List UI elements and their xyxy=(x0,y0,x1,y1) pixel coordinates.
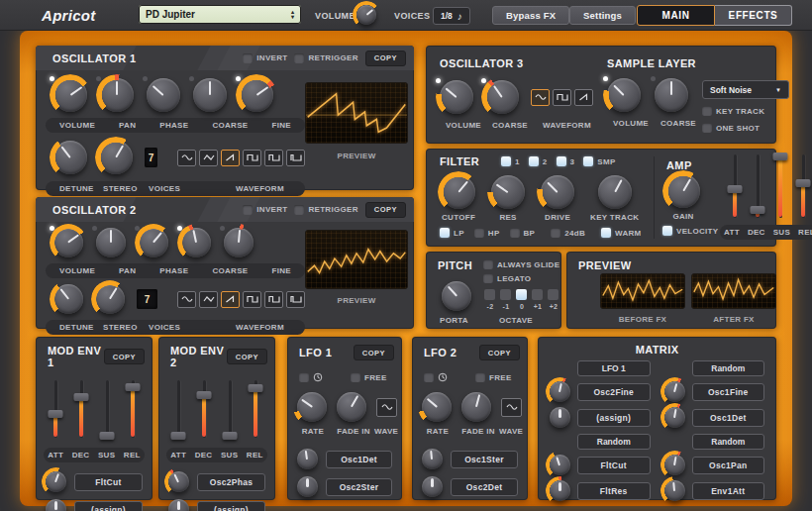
tab-main[interactable]: MAIN xyxy=(637,5,715,26)
octave-plus2[interactable] xyxy=(548,289,558,300)
lfo1-amount2-knob[interactable] xyxy=(297,476,318,497)
lfo1-rate-knob[interactable] xyxy=(297,392,327,422)
osc2-stereo-knob[interactable] xyxy=(95,284,125,314)
env2-amount1-knob[interactable] xyxy=(168,471,189,492)
matrix-target[interactable]: Osc1Pan xyxy=(692,457,765,474)
env2-attack-slider[interactable] xyxy=(169,378,187,440)
amp-release-slider[interactable] xyxy=(794,153,812,220)
preset-stepper-icon[interactable]: ▴▾ xyxy=(291,10,294,19)
env1-decay-slider[interactable] xyxy=(72,378,90,440)
sine-wave-button[interactable] xyxy=(177,150,196,166)
lfo2-amount1-knob[interactable] xyxy=(422,449,443,469)
saw-wave-button[interactable] xyxy=(574,89,593,106)
env2-amount2-knob[interactable] xyxy=(168,499,189,511)
matrix-target[interactable]: Osc1Det xyxy=(692,409,765,427)
osc2-fine-knob[interactable] xyxy=(224,228,254,257)
osc1-fine-knob[interactable] xyxy=(240,78,273,112)
env1-sustain-slider[interactable] xyxy=(98,378,116,440)
lfo1-sync-checkbox[interactable] xyxy=(299,372,309,382)
drive-knob[interactable] xyxy=(541,175,574,209)
lfo2-free-checkbox[interactable] xyxy=(475,372,485,382)
sample-coarse-knob[interactable] xyxy=(655,78,688,112)
octave-minus2[interactable] xyxy=(484,289,495,300)
matrix-amount-knob[interactable] xyxy=(550,455,570,475)
lfo2-target1[interactable]: Osc1Ster xyxy=(451,451,518,468)
matrix-target[interactable]: FltRes xyxy=(577,482,651,500)
osc2-coarse-knob[interactable] xyxy=(181,228,211,257)
pulse25-wave-button[interactable] xyxy=(264,150,283,166)
matrix-amount-knob[interactable] xyxy=(664,455,685,475)
matrix-source-button[interactable]: Random xyxy=(692,360,765,376)
env2-release-slider[interactable] xyxy=(247,378,264,440)
filter-osc1-checkbox[interactable] xyxy=(501,156,511,166)
env1-amount2-knob[interactable] xyxy=(46,499,66,511)
osc2-voices-value[interactable]: 7 xyxy=(137,289,157,309)
pulse25-wave-button[interactable] xyxy=(264,291,283,308)
osc1-voices-value[interactable]: 7 xyxy=(145,148,157,167)
filter-osc3-checkbox[interactable] xyxy=(557,156,566,166)
pulse12-wave-button[interactable] xyxy=(286,150,305,166)
24db-checkbox[interactable] xyxy=(551,228,560,238)
amp-attack-slider[interactable] xyxy=(726,153,744,220)
osc1-stereo-knob[interactable] xyxy=(99,141,133,174)
matrix-amount-knob[interactable] xyxy=(664,381,685,402)
matrix-source-button[interactable]: Random xyxy=(692,434,765,450)
lfo1-wave-button[interactable] xyxy=(376,398,397,417)
retrigger-checkbox[interactable] xyxy=(294,53,304,63)
osc2-phase-knob[interactable] xyxy=(139,228,168,257)
lfo2-target2[interactable]: Osc2Det xyxy=(451,478,518,496)
porta-knob[interactable] xyxy=(442,281,471,311)
preset-selector[interactable]: PD Jupiter ▴▾ xyxy=(139,5,301,24)
osc2-pan-knob[interactable] xyxy=(96,228,126,257)
osc2-detune-knob[interactable] xyxy=(53,284,83,314)
osc1-coarse-knob[interactable] xyxy=(193,78,227,112)
matrix-target[interactable]: Osc1Fine xyxy=(692,383,765,401)
copy-button[interactable]: COPY xyxy=(354,345,394,360)
triangle-wave-button[interactable] xyxy=(199,150,218,166)
matrix-target[interactable]: Osc2Fine xyxy=(577,383,651,401)
lp-checkbox[interactable] xyxy=(440,228,450,238)
osc3-volume-knob[interactable] xyxy=(440,80,473,114)
matrix-source-button[interactable]: LFO 1 xyxy=(577,360,651,376)
osc1-phase-knob[interactable] xyxy=(147,78,180,112)
filter-smp-checkbox[interactable] xyxy=(583,156,593,166)
square-wave-button[interactable] xyxy=(243,291,261,308)
sine-wave-button[interactable] xyxy=(177,291,196,308)
lfo2-sync-checkbox[interactable] xyxy=(424,372,434,382)
invert-checkbox[interactable] xyxy=(243,53,253,63)
sine-wave-button[interactable] xyxy=(531,89,550,106)
amp-decay-slider[interactable] xyxy=(749,153,766,220)
matrix-source-button[interactable]: Random xyxy=(577,434,651,450)
tab-effects[interactable]: EFFECTS xyxy=(715,5,792,26)
settings-button[interactable]: Settings xyxy=(569,6,636,25)
lfo2-wave-button[interactable] xyxy=(501,398,522,417)
copy-button[interactable]: COPY xyxy=(104,349,145,364)
sample-select-dropdown[interactable]: Soft Noise▼ xyxy=(702,80,789,99)
env1-release-slider[interactable] xyxy=(124,378,142,440)
hp-checkbox[interactable] xyxy=(474,228,484,238)
env2-sustain-slider[interactable] xyxy=(221,378,239,440)
one-shot-checkbox[interactable] xyxy=(702,123,712,133)
pulse12-wave-button[interactable] xyxy=(286,291,305,308)
lfo2-rate-knob[interactable] xyxy=(422,392,452,422)
osc1-pan-knob[interactable] xyxy=(100,78,134,112)
matrix-target[interactable]: (assign) xyxy=(577,409,651,427)
key-track-knob[interactable] xyxy=(598,175,632,209)
square-wave-button[interactable] xyxy=(243,150,261,166)
retrigger-checkbox[interactable] xyxy=(294,205,304,215)
env1-amount1-knob[interactable] xyxy=(46,471,66,492)
voices-value-box[interactable]: 1/8 ♪ xyxy=(433,7,470,25)
lfo1-fadein-knob[interactable] xyxy=(337,392,366,422)
env1-attack-slider[interactable] xyxy=(47,378,64,440)
osc1-detune-knob[interactable] xyxy=(53,141,87,174)
copy-button[interactable]: COPY xyxy=(365,202,406,218)
lfo2-fadein-knob[interactable] xyxy=(461,392,491,422)
matrix-target[interactable]: FltCut xyxy=(577,457,651,474)
warm-checkbox[interactable] xyxy=(601,228,611,238)
velocity-checkbox[interactable] xyxy=(662,226,672,236)
octave-plus1[interactable] xyxy=(532,289,543,300)
env2-decay-slider[interactable] xyxy=(195,378,213,440)
osc3-coarse-knob[interactable] xyxy=(485,80,519,114)
bp-checkbox[interactable] xyxy=(510,228,520,238)
lfo2-amount2-knob[interactable] xyxy=(422,476,443,497)
